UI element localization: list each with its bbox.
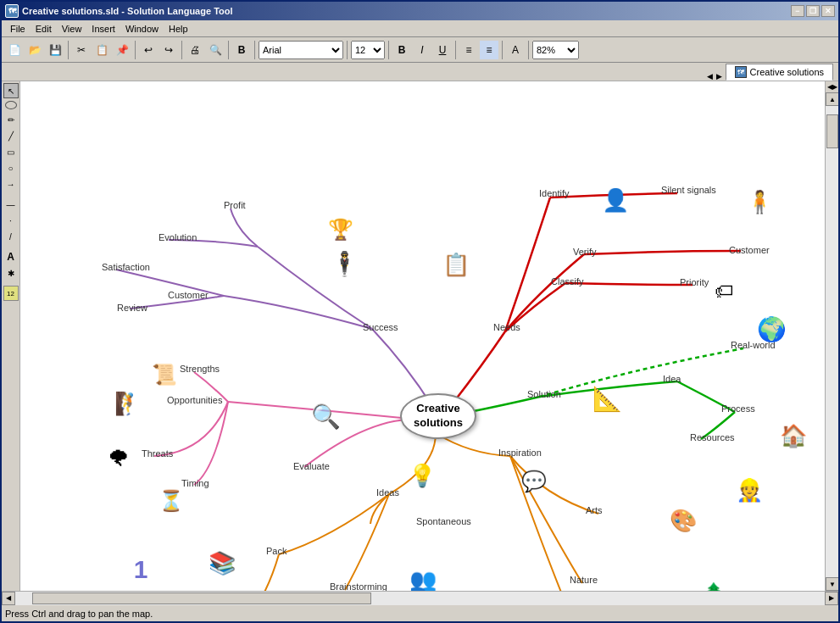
node-solution[interactable]: Solution [527, 389, 561, 399]
hscroll-thumb[interactable] [32, 592, 371, 604]
node-process[interactable]: Process [721, 403, 755, 414]
node-classify[interactable]: Classify [551, 276, 584, 286]
close-button[interactable]: ✕ [821, 5, 835, 17]
node-identify[interactable]: Identify [539, 188, 569, 198]
icon-trophy: 🏆 [324, 213, 358, 247]
node-strengths[interactable]: Strengths [180, 364, 220, 374]
tab-icon: 🗺 [735, 66, 747, 78]
node-priority[interactable]: Priority [680, 277, 709, 287]
save-button[interactable]: 💾 [46, 41, 64, 59]
circle-tool[interactable]: ○ [3, 160, 19, 175]
scroll-thumb[interactable] [826, 114, 838, 148]
node-verify[interactable]: Verify [573, 247, 597, 257]
mindmap: Creative solutions Profit Evolution Sati… [20, 81, 825, 591]
align-left-button[interactable]: ≡ [459, 41, 478, 59]
node-customer-left[interactable]: Customer [168, 290, 209, 300]
oval-tool[interactable] [5, 101, 17, 109]
icon-num1: 1 [124, 553, 158, 587]
tab-creative-solutions[interactable]: 🗺 Creative solutions [726, 64, 833, 81]
font-size-select[interactable]: 12 [351, 41, 385, 59]
new-button[interactable]: 📄 [5, 41, 24, 59]
menu-view[interactable]: View [57, 23, 87, 35]
scroll-track[interactable] [826, 106, 838, 577]
node-brainstorming[interactable]: Brainstorming [330, 581, 387, 591]
undo-button[interactable]: ↩ [139, 41, 158, 59]
node-resources[interactable]: Resources [690, 432, 735, 442]
bold-icon[interactable]: B [232, 41, 251, 59]
icon-speech: 💬 [517, 464, 551, 498]
node-satisfaction[interactable]: Satisfaction [102, 262, 150, 272]
font-color-button[interactable]: A [506, 41, 525, 59]
node-ideas[interactable]: Ideas [376, 487, 399, 498]
node-success[interactable]: Success [363, 322, 398, 332]
select-tool[interactable]: ↖ [3, 83, 19, 98]
icon-palette: 🎨 [666, 503, 700, 537]
canvas-container[interactable]: Creative solutions Profit Evolution Sati… [20, 81, 825, 591]
dash-tool[interactable]: — [3, 197, 19, 212]
hscroll-right-button[interactable]: ▶ [825, 592, 838, 605]
node-needs[interactable]: Needs [493, 322, 520, 332]
right-scrollbar: ◀ ▶ ▲ ▼ [825, 81, 838, 591]
line-tool[interactable]: ╱ [3, 128, 19, 143]
node-profit[interactable]: Profit [224, 200, 246, 210]
menu-file[interactable]: File [5, 23, 31, 35]
text-tool[interactable]: A [3, 249, 19, 264]
arrow-tool[interactable]: → [3, 176, 19, 192]
hscroll-left-button[interactable]: ◀ [2, 592, 15, 605]
menu-edit[interactable]: Edit [31, 23, 57, 35]
line2-tool[interactable]: / [3, 229, 19, 244]
center-node[interactable]: Creative solutions [400, 393, 476, 439]
pen-tool[interactable]: ✏ [3, 112, 19, 127]
print-button[interactable]: 🖨 [186, 41, 204, 59]
zoom-select[interactable]: 82% [532, 41, 579, 59]
redo-button[interactable]: ↪ [159, 41, 178, 59]
minimize-button[interactable]: − [791, 5, 804, 17]
dot-tool[interactable]: · [3, 213, 19, 228]
font-select[interactable]: Arial [259, 41, 343, 59]
restore-button[interactable]: ❐ [806, 5, 820, 17]
node-nature[interactable]: Nature [570, 575, 598, 585]
node-opportunities[interactable]: Opportunities [167, 395, 222, 405]
window-title: Creative solutions.sld - Solution Langua… [22, 6, 791, 16]
scroll-down-button[interactable]: ▼ [826, 577, 838, 591]
node-evolution[interactable]: Evolution [159, 232, 197, 242]
paste-button[interactable]: 📌 [113, 41, 131, 59]
node-threats[interactable]: Threats [142, 448, 173, 459]
node-evaluate[interactable]: Evaluate [293, 461, 330, 471]
next-tab-button[interactable]: ▶ [716, 72, 722, 81]
node-customer-right[interactable]: Customer [729, 245, 770, 255]
prev-tab-button[interactable]: ◀ [707, 72, 713, 81]
node-spontaneous[interactable]: Spontaneous [416, 516, 471, 526]
icon-brainstorm-group: 👥 [406, 563, 440, 591]
status-bar: Press Ctrl and drag to pan the map. [2, 604, 838, 621]
tab-label: Creative solutions [750, 67, 824, 77]
scroll-right-arrow[interactable]: ▶ [832, 83, 837, 91]
node-review[interactable]: Review [117, 303, 147, 313]
node-idea[interactable]: Idea [663, 374, 681, 384]
menu-insert[interactable]: Insert [86, 23, 120, 35]
open-button[interactable]: 📂 [25, 41, 44, 59]
sep10 [528, 41, 529, 59]
node-arts[interactable]: Arts [586, 505, 603, 515]
preview-button[interactable]: 🔍 [206, 41, 225, 59]
hscroll-track[interactable] [15, 592, 825, 605]
sep3 [181, 41, 182, 59]
canvas[interactable]: Creative solutions Profit Evolution Sati… [20, 81, 825, 591]
star-tool[interactable]: ✱ [3, 265, 19, 281]
status-text: Press Ctrl and drag to pan the map. [5, 609, 153, 619]
node-pack[interactable]: Pack [266, 546, 286, 556]
copy-button[interactable]: 📋 [92, 41, 111, 59]
align-center-button[interactable]: ≡ [480, 41, 498, 59]
bold-button[interactable]: B [392, 41, 411, 59]
rect-tool[interactable]: ▭ [3, 144, 19, 159]
underline-button[interactable]: U [433, 41, 452, 59]
icon-nature-scene: 🌲 [697, 577, 731, 591]
node-inspiration[interactable]: Inspiration [498, 448, 542, 458]
scroll-up-button[interactable]: ▲ [826, 92, 838, 106]
node-silent-signals[interactable]: Silent signals [661, 185, 716, 195]
window-controls: − ❐ ✕ [791, 5, 835, 17]
cut-button[interactable]: ✂ [72, 41, 91, 59]
italic-button[interactable]: I [413, 41, 431, 59]
menu-window[interactable]: Window [120, 23, 164, 35]
menu-help[interactable]: Help [164, 23, 193, 35]
